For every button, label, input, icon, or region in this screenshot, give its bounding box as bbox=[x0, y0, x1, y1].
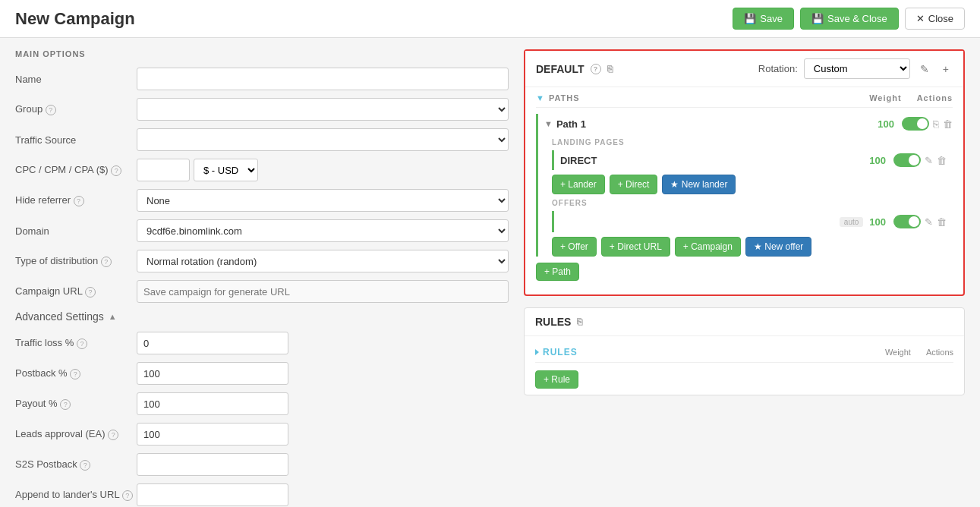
name-input[interactable] bbox=[137, 68, 509, 90]
rules-expand-button[interactable]: RULES bbox=[535, 347, 578, 357]
group-group: Group ? bbox=[15, 98, 509, 121]
append-lander-help-icon[interactable]: ? bbox=[122, 490, 133, 501]
lp-toggle-switch[interactable] bbox=[893, 153, 921, 167]
currency-select[interactable]: $ - USD bbox=[194, 159, 258, 181]
save-close-button[interactable]: 💾 Save & Close bbox=[800, 8, 899, 30]
distribution-help-icon[interactable]: ? bbox=[101, 257, 112, 267]
add-path-btn-container: + Path bbox=[536, 263, 953, 281]
landing-page-name: DIRECT bbox=[560, 155, 869, 166]
lp-delete-icon[interactable]: 🗑 bbox=[937, 155, 947, 166]
add-direct-button[interactable]: + Direct bbox=[610, 175, 658, 194]
traffic-source-group: Traffic Source bbox=[15, 128, 509, 151]
leads-approval-group: Leads approval (EA) ? bbox=[15, 423, 509, 446]
rules-copy-icon[interactable]: ⎘ bbox=[577, 316, 582, 327]
auto-badge: auto bbox=[840, 217, 863, 227]
rotation-edit-button[interactable]: ✎ bbox=[916, 61, 933, 77]
postback-help-icon[interactable]: ? bbox=[70, 369, 80, 379]
domain-select[interactable]: 9cdf6e.binomlink.com bbox=[137, 219, 509, 242]
rules-header: RULES ⎘ bbox=[525, 308, 964, 336]
paths-header: ▼ PATHS Weight Actions bbox=[536, 87, 953, 108]
header-buttons: 💾 Save 💾 Save & Close ✕ Close bbox=[733, 8, 965, 30]
postback-input[interactable] bbox=[137, 362, 288, 385]
advanced-settings-header[interactable]: Advanced Settings ▲ bbox=[15, 310, 509, 323]
save-button[interactable]: 💾 Save bbox=[733, 8, 794, 30]
offer-action-buttons: + Offer + Direct URL + Campaign ★ New of… bbox=[552, 237, 953, 257]
path-copy-icon[interactable]: ⎘ bbox=[933, 118, 939, 130]
campaign-url-input[interactable] bbox=[137, 280, 509, 303]
add-rule-button[interactable]: + Rule bbox=[535, 370, 578, 389]
offer-edit-icon[interactable]: ✎ bbox=[925, 216, 933, 228]
s2s-postback-input[interactable] bbox=[137, 453, 288, 476]
hide-referrer-help-icon[interactable]: ? bbox=[74, 196, 84, 206]
traffic-source-select[interactable] bbox=[137, 128, 509, 151]
offer-weight: 100 bbox=[869, 216, 886, 228]
traffic-source-label: Traffic Source bbox=[15, 134, 137, 146]
rotation-add-button[interactable]: + bbox=[939, 61, 953, 77]
path-delete-icon[interactable]: 🗑 bbox=[943, 118, 953, 130]
default-help-icon[interactable]: ? bbox=[591, 64, 601, 74]
leads-approval-help-icon[interactable]: ? bbox=[108, 430, 118, 440]
payout-help-icon[interactable]: ? bbox=[60, 399, 71, 410]
append-lander-group: Append to lander's URL ? bbox=[15, 483, 509, 506]
rotation-select[interactable]: Custom Random Weight bbox=[804, 58, 910, 79]
cpc-label: CPC / CPM / CPA ($) ? bbox=[15, 164, 137, 176]
new-lander-button[interactable]: ★ New lander bbox=[662, 175, 736, 194]
paths-section: ▼ PATHS Weight Actions ▼ Path 1 100 bbox=[525, 87, 963, 294]
traffic-loss-input[interactable] bbox=[137, 332, 288, 354]
campaign-url-help-icon[interactable]: ? bbox=[85, 287, 96, 298]
name-label: Name bbox=[15, 74, 137, 85]
hide-referrer-select[interactable]: None bbox=[137, 189, 509, 212]
lander-action-buttons: + Lander + Direct ★ New lander bbox=[552, 175, 953, 194]
cpc-help-icon[interactable]: ? bbox=[111, 165, 121, 176]
offers-title: OFFERS bbox=[552, 199, 953, 207]
hide-referrer-label: Hide referrer ? bbox=[15, 194, 137, 206]
offer-input[interactable] bbox=[560, 216, 840, 228]
cpc-input[interactable] bbox=[137, 159, 190, 181]
append-lander-label: Append to lander's URL ? bbox=[15, 489, 137, 501]
add-path-button[interactable]: + Path bbox=[536, 263, 579, 281]
group-select[interactable] bbox=[137, 98, 509, 121]
main-options-title: MAIN OPTIONS bbox=[15, 49, 509, 58]
payout-label: Payout % ? bbox=[15, 398, 137, 410]
add-campaign-button[interactable]: + Campaign bbox=[675, 237, 741, 257]
rules-label: RULES ⎘ bbox=[535, 316, 582, 328]
default-box-header: DEFAULT ? ⎘ Rotation: Custom Random Weig… bbox=[525, 51, 963, 87]
path-toggle-switch[interactable] bbox=[902, 117, 929, 131]
right-panel: DEFAULT ? ⎘ Rotation: Custom Random Weig… bbox=[509, 49, 965, 507]
close-icon: ✕ bbox=[916, 13, 925, 24]
payout-input[interactable] bbox=[137, 392, 288, 415]
page-header: New Campaign 💾 Save 💾 Save & Close ✕ Clo… bbox=[0, 0, 980, 38]
offer-toggle-switch[interactable] bbox=[893, 215, 921, 228]
path-toggle-icon[interactable]: ▼ bbox=[544, 119, 553, 128]
rules-content: RULES Weight Actions + Rule bbox=[525, 336, 964, 395]
add-direct-url-button[interactable]: + Direct URL bbox=[601, 237, 670, 257]
group-label: Group ? bbox=[15, 103, 137, 115]
group-help-icon[interactable]: ? bbox=[46, 105, 56, 115]
traffic-loss-label: Traffic loss % ? bbox=[15, 337, 137, 349]
default-copy-icon[interactable]: ⎘ bbox=[607, 64, 613, 74]
landing-pages-title: LANDING PAGES bbox=[552, 138, 953, 146]
hide-referrer-group: Hide referrer ? None bbox=[15, 189, 509, 212]
offer-row: auto 100 ✎ 🗑 bbox=[552, 211, 953, 232]
add-lander-button[interactable]: + Lander bbox=[552, 175, 605, 194]
default-box: DEFAULT ? ⎘ Rotation: Custom Random Weig… bbox=[524, 49, 965, 296]
offer-delete-icon[interactable]: 🗑 bbox=[937, 216, 947, 228]
paths-collapse-icon[interactable]: ▼ bbox=[536, 93, 545, 102]
s2s-postback-help-icon[interactable]: ? bbox=[80, 460, 90, 471]
landing-pages-section: LANDING PAGES DIRECT 100 ✎ 🗑 bbox=[544, 138, 953, 194]
postback-label: Postback % ? bbox=[15, 367, 137, 379]
lp-copy-icon[interactable]: ✎ bbox=[925, 155, 933, 166]
append-lander-input[interactable] bbox=[137, 483, 288, 506]
cpc-group: CPC / CPM / CPA ($) ? $ - USD bbox=[15, 159, 509, 181]
offers-section: OFFERS auto 100 ✎ 🗑 bbox=[544, 199, 953, 257]
campaign-url-label: Campaign URL ? bbox=[15, 285, 137, 298]
rotation-section: Rotation: Custom Random Weight ✎ + bbox=[758, 58, 953, 79]
add-offer-button[interactable]: + Offer bbox=[552, 237, 597, 257]
traffic-loss-group: Traffic loss % ? bbox=[15, 332, 509, 354]
landing-page-row: DIRECT 100 ✎ 🗑 bbox=[552, 150, 953, 170]
new-offer-button[interactable]: ★ New offer bbox=[745, 237, 811, 257]
distribution-select[interactable]: Normal rotation (random) bbox=[137, 250, 509, 272]
leads-approval-input[interactable] bbox=[137, 423, 288, 446]
traffic-loss-help-icon[interactable]: ? bbox=[77, 339, 87, 349]
close-button[interactable]: ✕ Close bbox=[905, 8, 965, 30]
